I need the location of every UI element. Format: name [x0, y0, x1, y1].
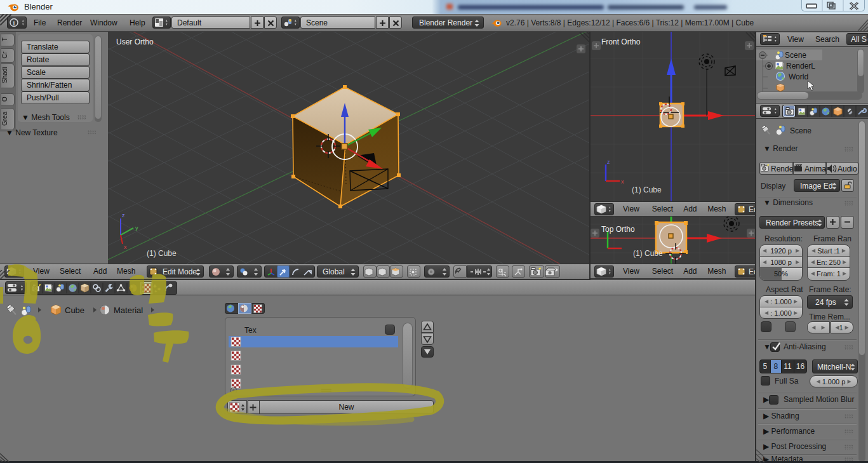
svg-text:Scene: Scene	[785, 51, 806, 60]
svg-text:x: x	[124, 244, 127, 250]
svg-text:Front Ortho: Front Ortho	[601, 37, 641, 46]
svg-text:Scene: Scene	[790, 126, 811, 135]
svg-text:i: i	[13, 20, 15, 27]
svg-text:RenderL: RenderL	[786, 62, 815, 70]
svg-text:(1) Cube: (1) Cube	[633, 249, 663, 258]
svg-text:User Ortho: User Ortho	[116, 37, 154, 46]
svg-text:(1) Cube: (1) Cube	[147, 249, 177, 258]
svg-text:y: y	[135, 225, 138, 231]
svg-text:z: z	[122, 212, 125, 218]
svg-text:Top Ortho: Top Ortho	[601, 225, 635, 234]
svg-text:World: World	[789, 72, 808, 81]
svg-text:z: z	[607, 159, 610, 165]
svg-text:(1) Cube: (1) Cube	[632, 185, 662, 194]
svg-text:Material: Material	[114, 305, 143, 315]
svg-text:Cube: Cube	[65, 305, 84, 315]
svg-text:x: x	[621, 178, 624, 185]
